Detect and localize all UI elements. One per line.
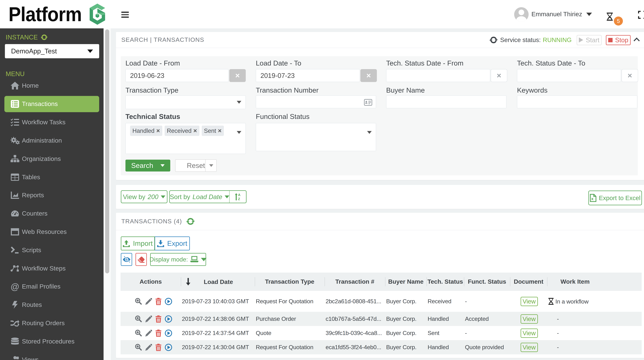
svg-text:Z: Z [238,197,240,200]
svg-text:x: x [591,196,594,201]
svg-text:A: A [238,193,240,197]
